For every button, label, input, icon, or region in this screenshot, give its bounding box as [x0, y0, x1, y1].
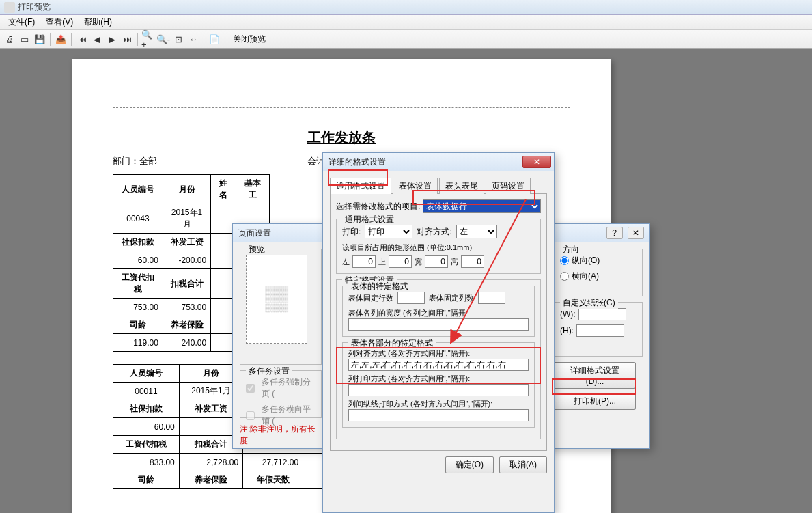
app-icon: [4, 2, 15, 13]
print-icon[interactable]: 🖨: [3, 33, 16, 46]
menu-file[interactable]: 文件(F): [3, 15, 40, 29]
dept-value: 全部: [139, 156, 157, 166]
help-button[interactable]: ?: [606, 227, 623, 239]
col-print-label: 列打印方式 (各对齐方式间用","隔开):: [348, 374, 529, 384]
window-title: 打印预览: [18, 1, 51, 13]
menu-view[interactable]: 查看(V): [40, 15, 79, 29]
col-width-input[interactable]: [348, 318, 529, 331]
cancel-button[interactable]: 取消(A): [499, 456, 547, 473]
tab-common[interactable]: 通用格式设置: [330, 178, 391, 194]
rect-width-input[interactable]: [425, 255, 448, 268]
rect-range-label: 该项目所占用的矩形范围 (单位:0.1mm): [342, 242, 535, 253]
detail-format-dialog: 详细的格式设置 ✕ 通用格式设置 表体设置 表头表尾 页码设置 选择需修改格式的…: [322, 152, 555, 513]
tab-body[interactable]: 表体设置: [393, 178, 438, 194]
body-format-legend: 表体的特定格式: [348, 281, 411, 292]
multitask-legend: 多任务设置: [246, 365, 292, 377]
parts-format-legend: 表体各部分的特定格式: [348, 337, 436, 349]
close-button[interactable]: ✕: [628, 227, 644, 239]
col-align-input[interactable]: [348, 359, 529, 371]
ok-button[interactable]: 确定(O): [445, 456, 494, 473]
chk-horiz[interactable]: [246, 411, 255, 420]
align-select[interactable]: 左: [456, 225, 497, 238]
zoom-fit-icon[interactable]: ⊡: [171, 33, 185, 46]
rect-height-input[interactable]: [461, 255, 484, 268]
detail-format-title: 详细的格式设置: [328, 156, 386, 168]
select-item-dropdown[interactable]: 表体数据行: [423, 199, 541, 213]
page-setup-icon[interactable]: 📄: [208, 33, 221, 46]
fixed-cols-input[interactable]: [478, 292, 505, 304]
paper-width-input[interactable]: [578, 308, 626, 320]
orientation-legend: 方向: [560, 244, 582, 255]
tab-page-number[interactable]: 页码设置: [486, 178, 531, 194]
menu-help[interactable]: 帮助(H): [79, 15, 117, 29]
print-select[interactable]: 打印: [365, 225, 412, 238]
first-page-icon[interactable]: ⏮: [75, 33, 89, 46]
printer-button[interactable]: 打印机(P)...: [554, 393, 636, 410]
page-setup-note: 注:除非注明，所有长度: [240, 424, 322, 447]
open-icon[interactable]: ▭: [18, 33, 31, 46]
zoom-out-icon[interactable]: 🔍-: [156, 33, 170, 46]
prev-page-icon[interactable]: ◀: [90, 33, 104, 46]
preview-thumbnail: ░░░░░░░░░░░░░░░░░░░░░░░░░░░░░░░░░░░░░░░░…: [246, 255, 307, 344]
rect-top-input[interactable]: [389, 255, 412, 268]
last-page-icon[interactable]: ⏭: [120, 33, 134, 46]
radio-portrait[interactable]: [560, 256, 569, 265]
zoom-width-icon[interactable]: ↔: [186, 33, 200, 46]
custom-paper-legend: 自定义纸张(C): [560, 297, 618, 309]
col-align-label: 列对齐方式 (各对齐方式间用","隔开):: [348, 348, 529, 359]
close-icon[interactable]: ✕: [522, 156, 551, 168]
col-line-input[interactable]: [348, 409, 529, 421]
detail-tabs: 通用格式设置 表体设置 表头表尾 页码设置: [330, 178, 547, 194]
select-item-label: 选择需修改格式的项目:: [336, 201, 420, 212]
menubar: 文件(F) 查看(V) 帮助(H): [0, 15, 812, 30]
common-format-legend: 通用格式设置: [342, 214, 397, 225]
detail-format-button[interactable]: 详细格式设置(D)...: [554, 362, 636, 389]
page-divider: [113, 107, 570, 108]
save-icon[interactable]: 💾: [33, 33, 46, 46]
page-setup-title: 页面设置: [238, 227, 271, 239]
detail-format-titlebar: 详细的格式设置 ✕: [323, 153, 554, 171]
col-width-label: 表体各列的宽度 (各列之间用","隔开: [348, 308, 529, 318]
window-titlebar: 打印预览: [0, 0, 812, 15]
chk-force-page[interactable]: [246, 384, 255, 393]
col-print-input[interactable]: [348, 384, 529, 396]
toolbar: 🖨 ▭ 💾 📤 ⏮ ◀ ▶ ⏭ 🔍+ 🔍- ⊡ ↔ 📄 关闭预览: [0, 30, 812, 49]
rect-left-input[interactable]: [352, 255, 376, 268]
paper-height-input[interactable]: [576, 324, 624, 337]
doc-title: 工作发放条: [113, 128, 570, 147]
export-icon[interactable]: 📤: [54, 33, 68, 46]
dept-label: 部门：: [113, 156, 139, 166]
radio-landscape[interactable]: [560, 272, 569, 281]
preview-legend: 预览: [246, 244, 268, 255]
zoom-in-icon[interactable]: 🔍+: [141, 33, 155, 46]
next-page-icon[interactable]: ▶: [105, 33, 119, 46]
workspace: 工作发放条 部门：全部 会计月份： 人员编号月份姓名基本工 000432015年…: [0, 49, 812, 513]
close-preview-button[interactable]: 关闭预览: [229, 32, 270, 46]
fixed-rows-input[interactable]: [397, 292, 425, 304]
tab-header-footer[interactable]: 表头表尾: [439, 178, 484, 194]
col-line-label: 列间纵线打印方式 (各对齐方式间用","隔开):: [348, 399, 529, 409]
